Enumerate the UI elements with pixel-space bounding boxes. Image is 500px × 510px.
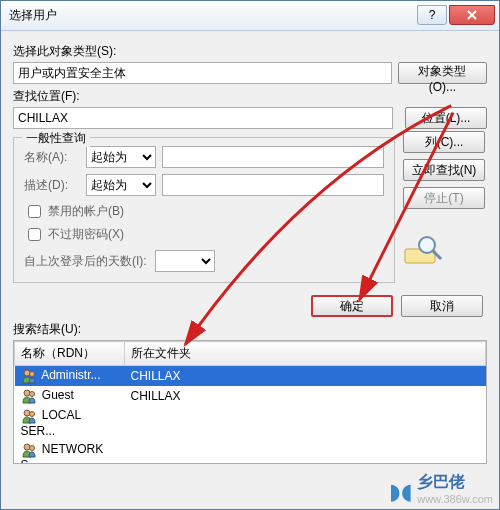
- user-icon: [21, 442, 37, 458]
- row-folder: [125, 440, 486, 464]
- name-match-select[interactable]: 起始为: [86, 146, 156, 168]
- name-label: 名称(A):: [24, 149, 80, 166]
- object-types-field[interactable]: [13, 62, 392, 84]
- general-query-fieldset: 一般性查询 名称(A): 起始为 描述(D): 起始为 禁用的帐户(B): [13, 137, 395, 283]
- desc-input[interactable]: [162, 174, 384, 196]
- help-button[interactable]: ?: [417, 5, 447, 25]
- days-since-login-select[interactable]: [155, 250, 215, 272]
- row-folder: [125, 406, 486, 440]
- location-button[interactable]: 位置(L)...: [405, 107, 487, 129]
- table-row[interactable]: GuestCHILLAX: [15, 386, 486, 406]
- svg-point-8: [29, 412, 34, 417]
- row-folder: CHILLAX: [125, 386, 486, 406]
- svg-point-7: [24, 410, 30, 416]
- stop-button[interactable]: 停止(T): [403, 187, 485, 209]
- dialog-body: 选择此对象类型(S): 对象类型(O)... 查找位置(F): 位置(L)...…: [1, 31, 499, 470]
- desc-label: 描述(D):: [24, 177, 80, 194]
- svg-point-10: [29, 446, 34, 451]
- window-buttons: ?: [417, 5, 495, 27]
- object-types-label: 选择此对象类型(S):: [13, 43, 487, 60]
- col-name-header[interactable]: 名称（RDN）: [15, 342, 125, 366]
- object-types-button[interactable]: 对象类型(O)...: [398, 62, 487, 84]
- user-icon: [21, 368, 37, 384]
- general-legend: 一般性查询: [22, 130, 90, 147]
- results-table: 名称（RDN） 所在文件夹 Administr...CHILLAX GuestC…: [14, 341, 486, 464]
- svg-point-1: [419, 237, 435, 253]
- location-field[interactable]: [13, 107, 393, 129]
- dialog-footer: 确定 取消: [13, 295, 483, 317]
- search-graphic: [403, 233, 443, 270]
- dialog-select-users: 选择用户 ? 选择此对象类型(S): 对象类型(O)... 查找位置(F): 位…: [0, 0, 500, 510]
- col-folder-header[interactable]: 所在文件夹: [125, 342, 486, 366]
- titlebar: 选择用户 ?: [1, 1, 499, 31]
- name-input[interactable]: [162, 146, 384, 168]
- columns-button[interactable]: 列(C)...: [403, 131, 485, 153]
- non-expiring-pw-box[interactable]: [28, 228, 41, 241]
- row-name: Guest: [42, 388, 74, 402]
- table-row[interactable]: LOCAL SER...: [15, 406, 486, 440]
- ok-button[interactable]: 确定: [311, 295, 393, 317]
- disabled-accounts-checkbox[interactable]: 禁用的帐户(B): [24, 202, 384, 221]
- non-expiring-pw-checkbox[interactable]: 不过期密码(X): [24, 225, 384, 244]
- svg-point-3: [24, 370, 30, 376]
- close-icon: [466, 9, 478, 21]
- row-name: Administr...: [41, 368, 100, 382]
- svg-point-5: [24, 390, 30, 396]
- cancel-button[interactable]: 取消: [401, 295, 483, 317]
- close-button[interactable]: [449, 5, 495, 25]
- location-label: 查找位置(F):: [13, 88, 487, 105]
- side-buttons: 列(C)... 立即查找(N) 停止(T): [403, 129, 487, 287]
- table-row[interactable]: Administr...CHILLAX: [15, 366, 486, 387]
- days-since-login-label: 自上次登录后的天数(I):: [24, 253, 147, 270]
- disabled-accounts-box[interactable]: [28, 205, 41, 218]
- desc-match-select[interactable]: 起始为: [86, 174, 156, 196]
- results-grid[interactable]: 名称（RDN） 所在文件夹 Administr...CHILLAX GuestC…: [13, 340, 487, 464]
- watermark: ◗◖ 乡巴佬 www.386w.com: [389, 472, 493, 505]
- svg-point-4: [29, 372, 34, 377]
- watermark-logo-icon: ◗◖: [389, 479, 413, 505]
- watermark-brand: 乡巴佬: [417, 473, 465, 490]
- user-icon: [21, 388, 37, 404]
- svg-point-9: [24, 444, 30, 450]
- find-now-button[interactable]: 立即查找(N): [403, 159, 485, 181]
- general-section: 一般性查询 名称(A): 起始为 描述(D): 起始为 禁用的帐户(B): [13, 129, 487, 287]
- svg-point-6: [29, 392, 34, 397]
- table-row[interactable]: NETWORK S...: [15, 440, 486, 464]
- row-folder: CHILLAX: [125, 366, 486, 387]
- magnifier-icon: [403, 233, 443, 267]
- results-label: 搜索结果(U):: [13, 321, 487, 338]
- window-title: 选择用户: [9, 7, 417, 24]
- watermark-url: www.386w.com: [417, 493, 493, 505]
- user-icon: [21, 408, 37, 424]
